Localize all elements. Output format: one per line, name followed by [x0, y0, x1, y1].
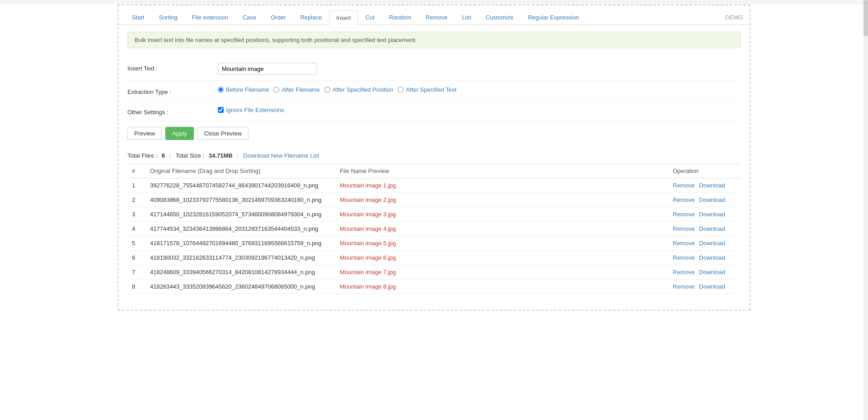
tab-insert[interactable]: Insert	[329, 10, 358, 25]
info-box: Bulk insert text into file names at spec…	[127, 32, 741, 48]
remove-link[interactable]: Remove	[673, 225, 694, 232]
cell-preview: Mountain image 4.jpg	[335, 222, 668, 236]
tab-regular-expression[interactable]: Regular Expression	[521, 10, 586, 24]
table-row: 7 418248609_333940566270314_842081081427…	[127, 265, 741, 280]
demo-label: DEMO	[725, 10, 743, 24]
table-row: 8 418263443_333520839645620_236024849706…	[127, 280, 741, 294]
cell-operation: Remove Download	[668, 251, 741, 265]
table-summary: Total Files : 8 | Total Size : 34.71MB |…	[127, 152, 741, 159]
cell-num: 8	[127, 280, 145, 294]
cell-original: 418248609_333940566270314_84208108142789…	[145, 265, 335, 280]
cell-num: 1	[127, 178, 145, 193]
table-row: 1 392776228_7554487074582744_86439017442…	[127, 178, 741, 193]
cell-original: 392776228_7554487074582744_8643901744203…	[145, 178, 335, 193]
col-header-original: Original Filename (Drag and Drop Sorting…	[145, 164, 335, 178]
download-link[interactable]: Download	[699, 269, 725, 275]
cell-preview: Mountain image 1.jpg	[335, 178, 668, 193]
remove-link[interactable]: Remove	[673, 269, 694, 275]
extraction-type-label: Extraction Type :	[127, 86, 218, 95]
cell-operation: Remove Download	[668, 236, 741, 251]
checkbox-ignore-file-extensions-label: Ignore File Extensions	[226, 107, 284, 113]
insert-text-row: Insert Text :	[127, 57, 741, 81]
download-link[interactable]: Download	[699, 211, 725, 218]
other-settings-row: Other Settings : Ignore File Extensions	[127, 101, 741, 121]
tab-start[interactable]: Start	[125, 10, 151, 24]
table-row: 6 418190032_332162633114774_230309219677…	[127, 251, 741, 265]
remove-link[interactable]: Remove	[673, 196, 694, 203]
download-new-filename-list-link[interactable]: Download New Filename List	[243, 152, 319, 159]
cell-num: 6	[127, 251, 145, 265]
cell-operation: Remove Download	[668, 280, 741, 294]
extraction-type-row: Extraction Type : Before Filename After …	[127, 81, 741, 101]
table-row: 5 418171578_10764492701694480_3769311695…	[127, 236, 741, 251]
download-link[interactable]: Download	[699, 240, 725, 247]
cell-preview: Mountain image 6.jpg	[335, 251, 668, 265]
cell-num: 5	[127, 236, 145, 251]
tab-cut[interactable]: Cut	[359, 10, 381, 24]
table-section: Total Files : 8 | Total Size : 34.71MB |…	[127, 152, 741, 294]
cell-original: 417144650_10232816159052074_573460090808…	[145, 207, 335, 222]
scrollbar-thumb[interactable]	[863, 0, 868, 36]
cell-operation: Remove Download	[668, 265, 741, 280]
tab-customize[interactable]: Customize	[479, 10, 520, 24]
cell-original: 418263443_333520839645620_23602484970680…	[145, 280, 335, 294]
radio-before-filename[interactable]: Before Filename	[218, 86, 269, 93]
tab-random[interactable]: Random	[382, 10, 418, 24]
download-link[interactable]: Download	[699, 254, 725, 261]
tab-sorting[interactable]: Sorting	[152, 10, 184, 24]
remove-link[interactable]: Remove	[673, 211, 694, 218]
download-link[interactable]: Download	[699, 182, 725, 189]
tab-replace[interactable]: Replace	[293, 10, 328, 24]
close-preview-button[interactable]: Close Preview	[197, 127, 249, 140]
cell-original: 418171578_10764492701694480_376931169556…	[145, 236, 335, 251]
tab-order[interactable]: Order	[264, 10, 292, 24]
total-size-label: Total Size :	[175, 152, 204, 159]
cell-preview: Mountain image 8.jpg	[335, 280, 668, 294]
tab-list[interactable]: List	[455, 10, 478, 24]
files-table: # Original Filename (Drag and Drop Sorti…	[127, 163, 741, 294]
radio-after-filename[interactable]: After Filename	[273, 86, 320, 93]
radio-after-filename-label: After Filename	[282, 86, 320, 93]
remove-link[interactable]: Remove	[673, 283, 694, 290]
action-buttons: Preview Apply Close Preview	[127, 121, 741, 145]
radio-after-specified-position-label: After Specified Position	[333, 86, 393, 93]
download-link[interactable]: Download	[699, 283, 725, 290]
cell-operation: Remove Download	[668, 178, 741, 193]
cell-operation: Remove Download	[668, 193, 741, 207]
download-link[interactable]: Download	[699, 225, 725, 232]
cell-original: 418190032_332162633114774_23030921967740…	[145, 251, 335, 265]
tab-bar: Start Sorting File extension Case Order …	[118, 5, 750, 25]
cell-preview: Mountain image 3.jpg	[335, 207, 668, 222]
radio-after-specified-text[interactable]: After Specified Text	[398, 86, 456, 93]
col-header-num: #	[127, 164, 145, 178]
apply-button[interactable]: Apply	[165, 127, 194, 140]
cell-num: 7	[127, 265, 145, 280]
tab-file-extension[interactable]: File extension	[185, 10, 235, 24]
cell-preview: Mountain image 5.jpg	[335, 236, 668, 251]
remove-link[interactable]: Remove	[673, 182, 694, 189]
download-link[interactable]: Download	[699, 196, 725, 203]
total-size-value: 34.71MB	[209, 152, 233, 159]
remove-link[interactable]: Remove	[673, 240, 694, 247]
remove-link[interactable]: Remove	[673, 254, 694, 261]
radio-after-specified-position[interactable]: After Specified Position	[324, 86, 393, 93]
col-header-operation: Operation	[668, 164, 741, 178]
radio-after-specified-text-label: After Specified Text	[406, 86, 456, 93]
cell-num: 4	[127, 222, 145, 236]
info-text: Bulk insert text into file names at spec…	[135, 37, 417, 43]
tab-remove[interactable]: Remove	[419, 10, 454, 24]
scrollbar-track[interactable]	[863, 0, 868, 420]
preview-button[interactable]: Preview	[127, 127, 162, 140]
total-files-value: 8	[162, 152, 165, 159]
radio-before-filename-label: Before Filename	[226, 86, 269, 93]
insert-text-label: Insert Text :	[127, 63, 218, 72]
cell-preview: Mountain image 2.jpg	[335, 193, 668, 207]
other-settings-label: Other Settings :	[127, 107, 218, 116]
cell-original: 409083868_10233792775580136_302146970936…	[145, 193, 335, 207]
cell-num: 2	[127, 193, 145, 207]
insert-text-input[interactable]	[218, 63, 317, 75]
checkbox-ignore-file-extensions[interactable]: Ignore File Extensions	[218, 107, 284, 113]
col-header-preview: File Name Preview	[335, 164, 668, 178]
cell-original: 417744534_323436413996864_20312837163544…	[145, 222, 335, 236]
tab-case[interactable]: Case	[236, 10, 263, 24]
